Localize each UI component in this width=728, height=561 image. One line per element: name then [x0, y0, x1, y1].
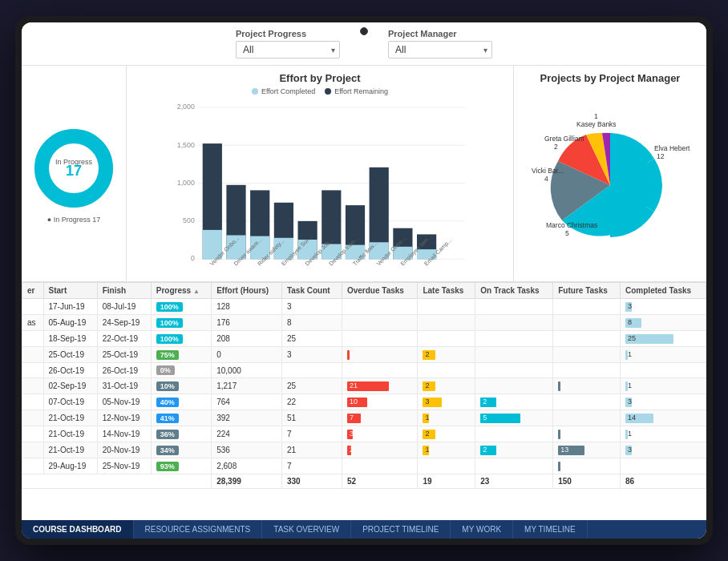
svg-text:Marco Christmas: Marco Christmas [546, 221, 597, 229]
project-manager-select-wrap[interactable]: All [388, 41, 492, 59]
svg-text:Kasey Banks: Kasey Banks [576, 120, 617, 128]
cell-task-count: 3 [281, 299, 342, 315]
device-frame: Project Progress All Project Manager All [15, 16, 713, 545]
data-table: er Start Finish Progress ▲ Effort (Hours… [22, 282, 706, 489]
svg-text:1,500: 1,500 [177, 141, 195, 149]
footer-overdue: 52 [342, 474, 417, 489]
cell-task-count: 21 [281, 442, 342, 458]
cell-manager [22, 347, 44, 363]
col-progress: Progress ▲ [151, 283, 211, 299]
overdue-bar: 7 [347, 414, 362, 423]
tab-my-work[interactable]: MY WORK [451, 520, 513, 539]
future-bar: 1 [558, 381, 560, 391]
table-footer-row: 28,399 330 52 19 23 150 86 [22, 474, 706, 489]
bar-chart-title: Effort by Project [135, 72, 505, 84]
cell-on-track [475, 347, 553, 363]
cell-finish: 12-Nov-19 [97, 410, 151, 426]
cell-effort: 0 [212, 347, 282, 363]
col-late: Late Tasks [418, 283, 475, 299]
completed-bar: 1 [625, 350, 628, 360]
project-progress-select-wrap[interactable]: All [236, 41, 340, 59]
completed-bar: 1 [625, 381, 628, 391]
cell-progress: 34% [151, 442, 211, 458]
cell-future: 13 [553, 442, 621, 458]
overdue-bar: 1 [347, 350, 350, 360]
table-row: 07-Oct-1905-Nov-1940%76422 10 3 2 3 [22, 394, 706, 410]
svg-text:17: 17 [66, 163, 82, 179]
cell-start: 18-Sep-19 [43, 331, 97, 347]
cell-progress: 41% [151, 410, 211, 426]
cell-overdue [342, 299, 417, 315]
sort-icon: ▲ [193, 288, 200, 295]
svg-text:1,000: 1,000 [177, 179, 195, 187]
cell-late: 2 [418, 378, 475, 394]
cell-on-track [475, 315, 553, 331]
completed-bar: 1 [625, 430, 628, 439]
cell-progress: 36% [151, 426, 211, 442]
late-bar: 2 [423, 430, 435, 439]
cell-on-track: 2 [475, 442, 553, 458]
footer-completed: 86 [621, 474, 706, 489]
cell-finish: 14-Nov-19 [97, 426, 151, 442]
project-manager-label: Project Manager [388, 29, 457, 38]
bar-chart-legend: Effort Completed Effort Remaining [135, 87, 505, 95]
completed-bar: 14 [625, 414, 653, 423]
table-row: 21-Oct-1920-Nov-1934%53621 2 1 2 13 3 [22, 442, 706, 458]
table-row: 02-Sep-1931-Oct-1910%1,21725 21 2 1 1 [22, 378, 706, 394]
cell-start: 21-Oct-19 [43, 442, 97, 458]
bar-chart-panel: Effort by Project Effort Completed Effor… [126, 66, 514, 281]
donut-chart: In Progress 17 [30, 124, 118, 212]
cell-task-count: 51 [281, 410, 342, 426]
cell-late: 3 [418, 394, 475, 410]
progress-badge: 100% [156, 318, 183, 328]
project-progress-filter-group: Project Progress All [236, 29, 340, 59]
pie-chart-title: Projects by Project Manager [522, 72, 698, 84]
cell-task-count: 8 [281, 315, 342, 331]
svg-text:2: 2 [554, 143, 558, 151]
project-progress-select[interactable]: All [236, 41, 340, 59]
footer-future: 150 [553, 474, 621, 489]
cell-overdue: 3 [342, 426, 417, 442]
tab-course-dashboard[interactable]: COURSE DASHBOARD [22, 520, 134, 539]
late-bar: 3 [423, 398, 442, 407]
tab-my-timeline[interactable]: MY TIMELINE [513, 520, 588, 539]
cell-completed: 3 [621, 442, 706, 458]
table-row: 25-Oct-1925-Oct-1975%03 1 2 1 [22, 347, 706, 363]
late-bar: 1 [423, 446, 429, 455]
cell-late: 1 [418, 442, 475, 458]
future-bar: 1 [558, 430, 560, 439]
cell-late [418, 315, 475, 331]
device-camera [360, 27, 368, 35]
tab-task-overview[interactable]: TASK OVERVIEW [262, 520, 351, 539]
donut-panel: In Progress 17 ● In Progress 17 [22, 66, 126, 281]
cell-progress: 40% [151, 394, 211, 410]
tab-resource-assignments[interactable]: RESOURCE ASSIGNMENTS [134, 520, 263, 539]
cell-manager: as [22, 315, 44, 331]
project-progress-label: Project Progress [236, 29, 306, 38]
table-row: 21-Oct-1914-Nov-1936%2247 3 2 1 1 [22, 426, 706, 442]
completed-bar: 3 [625, 302, 632, 312]
in-progress-label: ● In Progress 17 [47, 216, 100, 224]
table-row: 21-Oct-1912-Nov-1941%39251 7 1 5 14 [22, 410, 706, 426]
footer-late: 19 [418, 474, 475, 489]
cell-completed [621, 363, 706, 378]
svg-text:Greta Gilliam: Greta Gilliam [544, 135, 584, 143]
cell-start: 25-Oct-19 [43, 347, 97, 363]
cell-completed [621, 458, 706, 474]
cell-completed: 8 [621, 315, 706, 331]
cell-future: 1 [553, 458, 621, 474]
cell-start: 17-Jun-19 [43, 299, 97, 315]
tab-project-timeline[interactable]: PROJECT TIMELINE [351, 520, 451, 539]
cell-start: 05-Aug-19 [43, 315, 97, 331]
cell-completed: 3 [621, 394, 706, 410]
cell-effort: 392 [212, 410, 282, 426]
cell-future [553, 315, 621, 331]
cell-overdue [342, 363, 417, 378]
completed-bar: 8 [625, 318, 641, 328]
project-manager-select[interactable]: All [388, 41, 492, 59]
overdue-bar: 21 [347, 381, 390, 391]
cell-manager [22, 426, 44, 442]
late-bar: 1 [423, 414, 429, 423]
cell-start: 21-Oct-19 [43, 426, 97, 442]
cell-future: 1 [553, 426, 621, 442]
